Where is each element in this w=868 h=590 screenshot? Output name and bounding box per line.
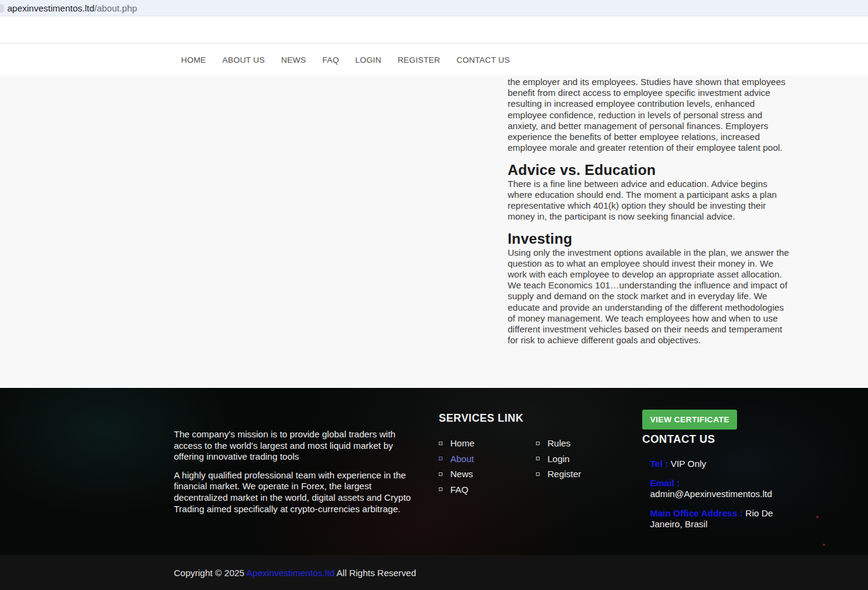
nav-item-contact-us[interactable]: CONTACT US — [456, 56, 510, 65]
footer-contact-section: VIEW CERTIFICATE CONTACT US Tel : VIP On… — [642, 410, 794, 538]
contact-row-email: Email : admin@Apexinvestimentos.ltd — [650, 478, 794, 500]
footer-link-news[interactable]: News — [439, 469, 536, 478]
copyright-suffix: All Rights Reserved — [334, 568, 416, 578]
site-header — [0, 16, 868, 43]
services-columns: Home About News FAQ Rules Login Register — [439, 439, 638, 500]
section-heading-investing: Investing — [508, 233, 792, 244]
main-content: the employer and its employees. Studies … — [0, 75, 868, 388]
favicon-icon — [0, 4, 4, 13]
contact-rows: Tel : VIP Only Email : admin@Apexinvesti… — [642, 458, 794, 530]
footer-mission: The company's mission is to provide glob… — [174, 429, 421, 515]
services-column-2: Rules Login Register — [536, 439, 633, 500]
tel-label: Tel : — [650, 458, 668, 469]
services-link-title: SERVICES LINK — [439, 412, 638, 425]
section-body-investing: Using only the investment options availa… — [508, 247, 792, 346]
footer-link-faq[interactable]: FAQ — [439, 485, 536, 494]
square-bullet-icon — [439, 457, 442, 460]
nav-item-faq[interactable]: FAQ — [322, 56, 339, 65]
nav-item-about-us[interactable]: ABOUT US — [222, 56, 264, 65]
view-certificate-button[interactable]: VIEW CERTIFICATE — [642, 410, 737, 430]
section-heading-advice-vs-education: Advice vs. Education — [508, 165, 792, 176]
mission-paragraph-1: The company's mission is to provide glob… — [174, 429, 421, 463]
square-bullet-icon — [439, 442, 442, 445]
nav-item-news[interactable]: NEWS — [281, 56, 306, 65]
nav-item-login[interactable]: LOGIN — [356, 56, 381, 65]
email-label: Email : — [650, 478, 680, 488]
square-bullet-icon — [439, 487, 442, 491]
address-label: Main Office Address : — [650, 508, 743, 518]
about-text-column: the employer and its employees. Studies … — [508, 75, 792, 355]
mission-paragraph-2: A highly qualified professional team wit… — [174, 470, 421, 515]
email-value: admin@Apexinvestimentos.ltd — [650, 489, 772, 499]
nav-list: HOME ABOUT US NEWS FAQ LOGIN REGISTER CO… — [181, 54, 510, 65]
square-bullet-icon — [536, 472, 540, 476]
square-bullet-icon — [536, 442, 540, 445]
site-footer: The company's mission is to provide glob… — [0, 388, 868, 555]
main-navigation: HOME ABOUT US NEWS FAQ LOGIN REGISTER CO… — [0, 43, 868, 75]
footer-link-login[interactable]: Login — [536, 454, 633, 463]
nav-item-home[interactable]: HOME — [181, 56, 206, 65]
url-domain: apexinvestimentos.ltd — [7, 3, 94, 13]
page-url[interactable]: apexinvestimentos.ltd/about.php — [7, 3, 137, 13]
services-column-1: Home About News FAQ — [439, 439, 536, 500]
copyright-bar: Copyright © 2025 Apexinvestimentos.ltd A… — [0, 555, 868, 590]
footer-link-home[interactable]: Home — [439, 439, 536, 448]
footer-background-speck — [823, 544, 825, 546]
footer-background-speck — [816, 516, 819, 518]
square-bullet-icon — [439, 472, 442, 476]
contact-row-tel: Tel : VIP Only — [650, 458, 794, 469]
url-path: /about.php — [94, 3, 137, 13]
footer-link-register[interactable]: Register — [536, 469, 633, 478]
footer-link-rules[interactable]: Rules — [536, 439, 633, 448]
nav-item-register[interactable]: REGISTER — [398, 56, 441, 65]
footer-link-about[interactable]: About — [439, 454, 536, 463]
footer-services-links: SERVICES LINK Home About News FAQ Rules … — [439, 412, 638, 500]
contact-us-title: CONTACT US — [642, 433, 794, 446]
contact-row-address: Main Office Address : Rio De Janeiro, Br… — [650, 508, 794, 530]
copyright-text: Copyright © 2025 Apexinvestimentos.ltd A… — [174, 568, 416, 578]
copyright-site-link[interactable]: Apexinvestimentos.ltd — [246, 568, 334, 578]
intro-paragraph-continuation: the employer and its employees. Studies … — [508, 77, 792, 153]
copyright-prefix: Copyright © 2025 — [174, 568, 246, 578]
section-body-advice-vs-education: There is a fine line between advice and … — [508, 179, 792, 223]
tel-value: VIP Only — [671, 458, 706, 469]
square-bullet-icon — [536, 457, 540, 460]
browser-url-bar: apexinvestimentos.ltd/about.php — [0, 0, 868, 16]
